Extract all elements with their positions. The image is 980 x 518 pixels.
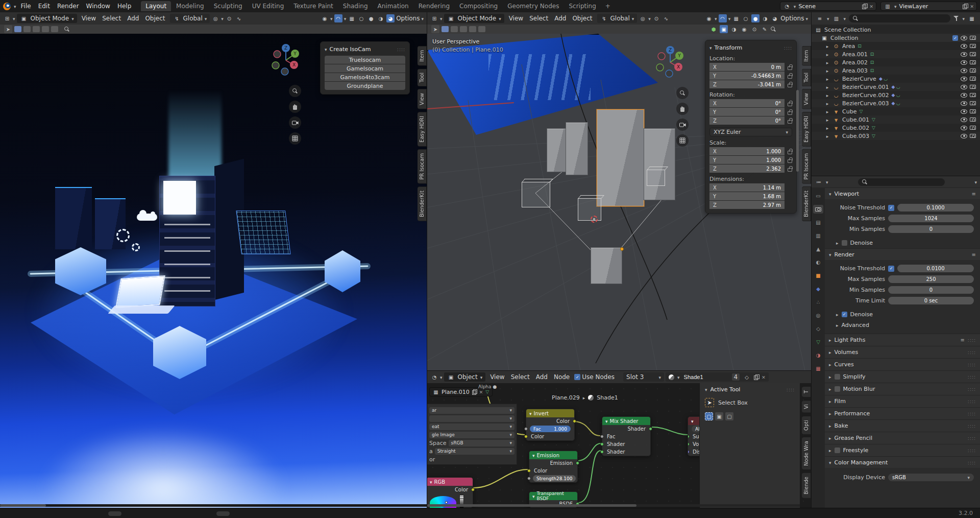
render-visibility-icon[interactable] [970, 52, 976, 56]
slot-dropdown[interactable]: Slot 3 [623, 372, 664, 382]
shading-wireframe-icon[interactable]: ○ [742, 14, 750, 22]
new-scene-icon[interactable] [862, 4, 867, 9]
number-field[interactable]: Z0° [709, 116, 785, 125]
show-overlays-icon[interactable]: ◠ [719, 14, 727, 22]
object-name[interactable]: Area.002 [842, 59, 868, 66]
param-value-field[interactable]: 0 [888, 286, 974, 294]
close-icon[interactable] [479, 389, 483, 395]
sidebar-tab[interactable]: View [802, 89, 811, 109]
shader-menu-item[interactable]: Node [551, 372, 573, 382]
sidebar-tab[interactable]: T [802, 386, 811, 397]
select-mode-invert-icon[interactable] [469, 26, 476, 32]
server-box[interactable] [591, 247, 622, 284]
section-menu-icon[interactable] [972, 191, 976, 197]
shader-type-dropdown[interactable]: ▣ Object [444, 372, 486, 382]
expand-icon[interactable] [825, 125, 830, 131]
falloff-curve-icon[interactable]: ∿ [662, 14, 670, 22]
menubar-item[interactable]: Window [83, 2, 114, 11]
collapse-panel-icon[interactable] [709, 44, 712, 51]
select-mode-extend-icon[interactable] [23, 26, 31, 32]
editor-type-icon[interactable]: ⊞ [3, 14, 11, 22]
outliner-item-row[interactable]: BezierCurve.003 [812, 99, 980, 107]
tab-physics[interactable]: ◎ [813, 311, 823, 320]
shading-material-icon[interactable]: ◑ [761, 14, 769, 22]
isocam-button[interactable]: GameIso4to3cam [325, 73, 405, 81]
property-section[interactable]: Grease Pencil [825, 432, 980, 444]
wireframe-cube[interactable] [647, 170, 665, 186]
number-field[interactable]: Z-3.041 m [709, 80, 785, 88]
app-menu-chevron-icon[interactable] [14, 3, 16, 10]
display-device-dropdown[interactable]: sRGB [888, 474, 974, 481]
dropdown-field[interactable]: ar [429, 407, 514, 414]
viewport-section-header[interactable]: Viewport [825, 187, 980, 199]
workspace-tab[interactable]: Modeling [172, 1, 209, 11]
hide-eye-icon[interactable] [961, 44, 967, 49]
outliner-search[interactable] [849, 14, 950, 22]
outliner-item-row[interactable]: Cube [812, 107, 980, 115]
outliner-item-row[interactable]: Area.001 [812, 50, 980, 58]
tab-object-data[interactable]: ▽ [813, 338, 823, 346]
workspace-tab[interactable]: Texture Paint [289, 1, 337, 11]
workspace-tab[interactable]: Scripting [564, 1, 600, 11]
fake-user-shield-icon[interactable]: ◇ [743, 373, 751, 381]
lock-icon[interactable] [788, 118, 792, 123]
expand-icon[interactable] [825, 59, 830, 66]
tab-texture[interactable]: ▦ [813, 364, 823, 373]
active-tool-icon[interactable]: ➤ [431, 25, 439, 33]
search-icon[interactable] [64, 27, 70, 32]
proportional-edit-icon[interactable]: ⊙ [225, 14, 233, 22]
isocam-button[interactable]: TrueIsocam [325, 56, 405, 64]
output-socket[interactable] [649, 427, 652, 431]
object-name[interactable]: Area [842, 43, 855, 50]
hide-eye-icon[interactable] [961, 52, 967, 57]
render-advanced-row[interactable]: Advanced [825, 320, 980, 331]
shading-solid-icon[interactable]: ● [367, 14, 375, 22]
sidebar-tab[interactable]: View [418, 89, 427, 109]
tab-scene[interactable]: ▲ [813, 245, 823, 253]
select-new-icon[interactable]: ▢ [705, 412, 713, 420]
options-button[interactable]: Options [396, 15, 420, 22]
param-value-field[interactable]: 0 sec [888, 297, 974, 304]
render-denoise-row[interactable]: Denoise [825, 309, 980, 320]
zoom-button[interactable] [289, 85, 301, 97]
render-visibility-icon[interactable] [970, 85, 976, 89]
unlink-material-icon[interactable] [762, 373, 766, 381]
tab-world[interactable]: ◐ [813, 258, 823, 267]
viewport-menu-item[interactable]: View [506, 14, 526, 23]
select-subtract-icon[interactable]: ▢ [725, 412, 733, 420]
lock-icon[interactable] [788, 166, 792, 171]
workspace-tab[interactable]: Rendering [414, 1, 454, 11]
expand-icon[interactable] [825, 133, 830, 139]
outliner-item-row[interactable]: Area.002 [812, 58, 980, 66]
sidebar-tab[interactable]: PR Isocam [802, 149, 811, 184]
lock-icon[interactable] [788, 82, 792, 87]
scene-name[interactable]: Scene [798, 3, 860, 10]
viewport-menu-item[interactable]: Add [551, 14, 569, 23]
mode-dropdown[interactable]: ▣ Object Mode [444, 14, 504, 23]
expand-icon[interactable] [825, 108, 830, 115]
active-tool-icon[interactable]: ➤ [4, 25, 12, 33]
show-overlays-icon[interactable]: ◠ [334, 14, 342, 22]
expand-icon[interactable] [825, 116, 830, 123]
sidebar-tab[interactable]: PR Isocam [418, 149, 427, 184]
param-checkbox[interactable] [888, 266, 894, 272]
object-name[interactable]: Cube [842, 108, 856, 115]
lock-icon[interactable] [788, 73, 792, 78]
render-visibility-icon[interactable] [970, 60, 976, 64]
hide-eye-icon[interactable] [961, 93, 967, 98]
hide-eye-icon[interactable] [961, 117, 967, 122]
viewport-menu-item[interactable]: View [79, 14, 99, 23]
input-socket[interactable] [600, 450, 604, 454]
input-socket[interactable] [524, 435, 528, 438]
number-field[interactable]: X0 m [709, 63, 785, 71]
object-name[interactable]: Cube.003 [842, 133, 869, 139]
menubar-item[interactable]: Help [114, 2, 135, 11]
workspace-tab[interactable]: Geometry Nodes [503, 1, 564, 11]
select-mode-new-icon[interactable] [14, 26, 21, 32]
property-section[interactable]: Performance [825, 407, 980, 419]
number-field[interactable]: Y1.68 m [709, 192, 785, 200]
color-space-dropdown[interactable]: sRGB [449, 440, 514, 446]
collection-checkbox[interactable] [952, 35, 958, 41]
output-socket[interactable] [573, 419, 576, 423]
pan-hand-button[interactable] [676, 103, 689, 115]
